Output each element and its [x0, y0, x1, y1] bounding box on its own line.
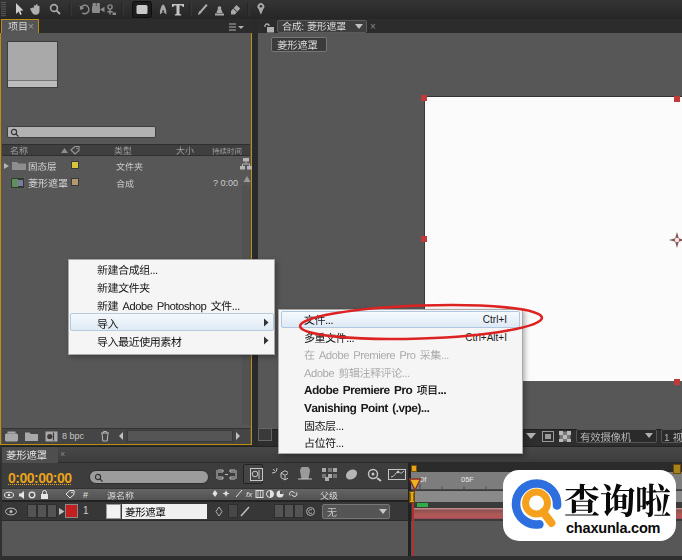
svg-text:fx: fx — [246, 490, 253, 499]
